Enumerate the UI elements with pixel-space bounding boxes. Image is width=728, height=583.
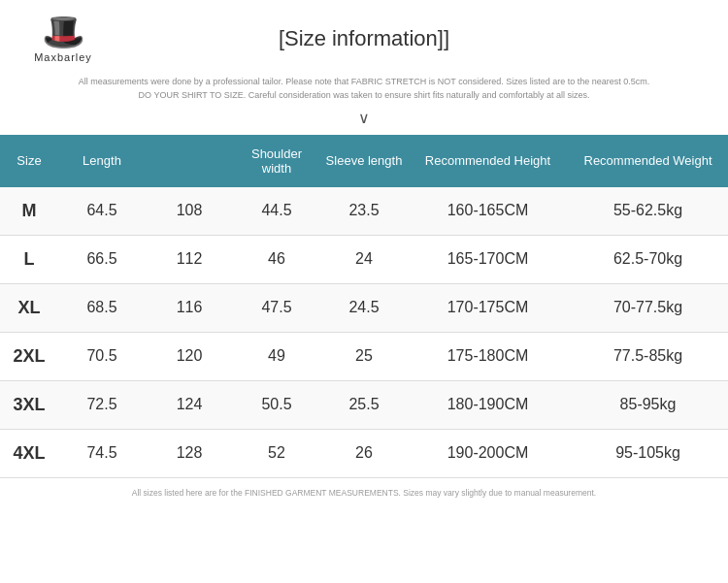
cell-size: 4XL [0, 429, 58, 477]
col-header-length: Length [58, 135, 146, 187]
cell-sleeve: 25 [320, 332, 408, 380]
chevron-area: ∨ [0, 107, 728, 135]
cell-length2: 108 [146, 187, 233, 236]
subtitle-line2: DO YOUR SHIRT TO SIZE. Careful considera… [58, 88, 670, 102]
chevron-icon: ∨ [358, 110, 370, 126]
table-row: 3XL72.512450.525.5180-190CM85-95kg [0, 380, 728, 429]
cell-size: L [0, 235, 58, 283]
subtitle-line1: All measurements were done by a professi… [58, 75, 670, 88]
table-body: M64.510844.523.5160-165CM55-62.5kgL66.51… [0, 187, 728, 478]
cell-size: 3XL [0, 380, 58, 429]
table-row: XL68.511647.524.5170-175CM70-77.5kg [0, 283, 728, 332]
logo-area: 🎩 Maxbarley [19, 15, 107, 63]
subtitle-area: All measurements were done by a professi… [0, 73, 728, 107]
cell-weight: 95-105kg [568, 429, 728, 477]
cell-sleeve: 25.5 [320, 380, 408, 429]
size-table: Size Length Shoulder width Sleeve length… [0, 135, 728, 478]
cell-weight: 77.5-85kg [568, 332, 728, 380]
cell-length2: 112 [146, 235, 233, 283]
col-header-weight: Recommended Weight [568, 135, 728, 187]
table-row: 2XL70.51204925175-180CM77.5-85kg [0, 332, 728, 380]
logo-text: Maxbarley [34, 51, 92, 63]
header: 🎩 Maxbarley [Size information]] [0, 0, 728, 73]
table-row: 4XL74.51285226190-200CM95-105kg [0, 429, 728, 477]
col-header-size: Size [0, 135, 58, 187]
cell-length2: 124 [146, 380, 233, 429]
table-row: M64.510844.523.5160-165CM55-62.5kg [0, 187, 728, 236]
table-row: L66.51124624165-170CM62.5-70kg [0, 235, 728, 283]
cell-shoulder: 44.5 [233, 187, 320, 236]
cell-sleeve: 24 [320, 235, 408, 283]
cell-length: 68.5 [58, 283, 146, 332]
cell-size: M [0, 187, 58, 236]
cell-height: 165-170CM [408, 235, 568, 283]
cell-sleeve: 23.5 [320, 187, 408, 236]
logo-icon: 🎩 [42, 15, 85, 49]
col-header-sleeve: Sleeve length [320, 135, 408, 187]
col-header-shoulder: Shoulder width [233, 135, 320, 187]
cell-weight: 85-95kg [568, 380, 728, 429]
col-header-length2 [146, 135, 233, 187]
cell-length2: 116 [146, 283, 233, 332]
cell-sleeve: 26 [320, 429, 408, 477]
cell-height: 180-190CM [408, 380, 568, 429]
cell-shoulder: 47.5 [233, 283, 320, 332]
table-header-row: Size Length Shoulder width Sleeve length… [0, 135, 728, 187]
cell-length: 70.5 [58, 332, 146, 380]
cell-size: XL [0, 283, 58, 332]
cell-length: 74.5 [58, 429, 146, 477]
cell-height: 170-175CM [408, 283, 568, 332]
cell-height: 160-165CM [408, 187, 568, 236]
cell-shoulder: 52 [233, 429, 320, 477]
cell-size: 2XL [0, 332, 58, 380]
cell-shoulder: 49 [233, 332, 320, 380]
cell-shoulder: 46 [233, 235, 320, 283]
cell-height: 190-200CM [408, 429, 568, 477]
col-header-height: Recommended Height [408, 135, 568, 187]
page-title: [Size information]] [107, 26, 621, 51]
cell-weight: 62.5-70kg [568, 235, 728, 283]
cell-sleeve: 24.5 [320, 283, 408, 332]
cell-height: 175-180CM [408, 332, 568, 380]
cell-weight: 70-77.5kg [568, 283, 728, 332]
cell-length: 66.5 [58, 235, 146, 283]
cell-weight: 55-62.5kg [568, 187, 728, 236]
cell-length2: 128 [146, 429, 233, 477]
cell-length2: 120 [146, 332, 233, 380]
footer-note: All sizes listed here are for the FINISH… [0, 478, 728, 507]
cell-length: 64.5 [58, 187, 146, 236]
cell-length: 72.5 [58, 380, 146, 429]
cell-shoulder: 50.5 [233, 380, 320, 429]
